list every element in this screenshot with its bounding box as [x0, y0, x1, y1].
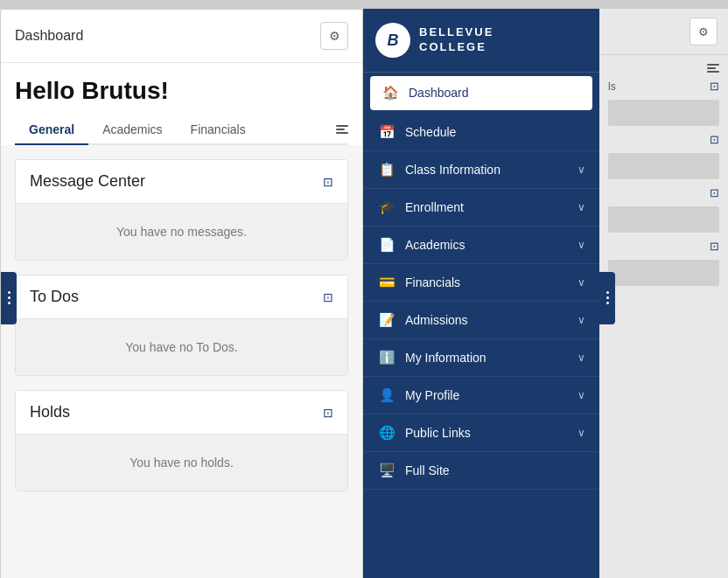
right-row-4: ⊡	[608, 240, 719, 253]
tab-academics[interactable]: Academics	[88, 115, 176, 145]
academics-icon: 📄	[377, 237, 396, 253]
chevron-down-icon: ∨	[578, 164, 585, 176]
my-profile-icon: 👤	[377, 387, 396, 403]
class-info-icon: 📋	[377, 162, 396, 178]
sidebar-item-admissions[interactable]: 📝 Admissions ∨	[363, 302, 599, 339]
right-external-link-1[interactable]: ⊡	[710, 80, 719, 93]
college-name: BELLEVUE COLLEGE	[419, 25, 494, 55]
tab-general[interactable]: General	[15, 115, 88, 145]
message-center-card: Message Center ⊡ You have no messages.	[15, 159, 348, 261]
dashboard-title: Dashboard	[15, 28, 83, 44]
todos-empty: You have no To Dos.	[30, 333, 333, 361]
sidebar-item-label: Financials	[405, 275, 578, 289]
right-panel: B BELLEVUE COLLEGE 🏠 Dashboard 📅 Schedul…	[363, 9, 728, 578]
sidebar-item-dashboard[interactable]: 🏠 Dashboard	[370, 76, 592, 110]
chevron-down-icon: ∨	[578, 352, 585, 364]
gear-icon: ⚙	[698, 25, 709, 38]
holds-empty: You have no holds.	[30, 449, 333, 477]
message-center-body: You have no messages.	[16, 203, 347, 260]
sidebar-item-label: My Information	[405, 351, 578, 365]
right-card-2	[608, 153, 719, 179]
enrollment-icon: 🎓	[377, 199, 396, 215]
right-card-1	[608, 100, 719, 126]
message-center-link-icon[interactable]: ⊡	[323, 175, 333, 189]
chevron-down-icon: ∨	[578, 239, 585, 251]
holds-link-icon[interactable]: ⊡	[323, 406, 333, 420]
left-panel: Dashboard ⚙ Hello Brutus! General Academ…	[0, 9, 363, 578]
right-row-1-text: ls	[608, 80, 616, 93]
sidebar-item-label: My Profile	[405, 388, 578, 402]
home-icon: 🏠	[381, 85, 400, 101]
right-row-3: ⊡	[608, 186, 719, 199]
full-site-icon: 🖥️	[377, 463, 396, 478]
right-settings-button[interactable]: ⚙	[690, 17, 718, 45]
message-center-empty: You have no messages.	[30, 218, 333, 246]
right-external-link-4[interactable]: ⊡	[710, 240, 719, 253]
sidebar-item-label: Enrollment	[405, 200, 578, 214]
public-links-icon: 🌐	[377, 425, 396, 441]
sidebar-item-class-information[interactable]: 📋 Class Information ∨	[363, 151, 599, 189]
right-main: ls ⊡ ⊡ ⊡ ⊡	[599, 55, 728, 578]
todos-body: You have no To Dos.	[16, 318, 347, 375]
holds-header: Holds ⊡	[16, 391, 347, 434]
sidebar-item-enrollment[interactable]: 🎓 Enrollment ∨	[363, 189, 599, 226]
sidebar-logo: B BELLEVUE COLLEGE	[363, 9, 599, 73]
hello-section: Hello Brutus! General Academics Financia…	[1, 63, 362, 145]
chevron-down-icon: ∨	[578, 314, 585, 326]
filter-icon	[336, 125, 348, 134]
chevron-down-icon: ∨	[578, 201, 585, 213]
message-center-header: Message Center ⊡	[16, 160, 347, 203]
todos-header: To Dos ⊡	[16, 275, 347, 318]
left-header: Dashboard ⚙	[1, 10, 362, 63]
sidebar-item-label: Academics	[405, 238, 578, 252]
todos-link-icon[interactable]: ⊡	[323, 290, 333, 304]
right-external-link-3[interactable]: ⊡	[710, 186, 719, 199]
sidebar-item-my-profile[interactable]: 👤 My Profile ∨	[363, 377, 599, 414]
filter-button[interactable]	[336, 115, 348, 143]
left-side-handle[interactable]	[1, 272, 17, 324]
right-card-4	[608, 260, 719, 286]
message-center-title: Message Center	[30, 172, 145, 191]
sidebar-item-financials[interactable]: 💳 Financials ∨	[363, 264, 599, 302]
sidebar-item-public-links[interactable]: 🌐 Public Links ∨	[363, 414, 599, 452]
holds-card: Holds ⊡ You have no holds.	[15, 390, 348, 491]
right-card-3	[608, 206, 719, 233]
admissions-icon: 📝	[377, 312, 396, 328]
gear-icon: ⚙	[329, 29, 340, 43]
sidebar-item-full-site[interactable]: 🖥️ Full Site	[363, 452, 599, 490]
schedule-icon: 📅	[377, 124, 396, 140]
sidebar-nav: B BELLEVUE COLLEGE 🏠 Dashboard 📅 Schedul…	[363, 9, 599, 578]
sidebar-item-label: Admissions	[405, 313, 578, 327]
sidebar-item-label: Class Information	[405, 163, 578, 177]
holds-body: You have no holds.	[16, 434, 347, 491]
holds-title: Holds	[30, 403, 70, 421]
settings-button[interactable]: ⚙	[320, 22, 348, 50]
logo-icon: B	[375, 23, 410, 58]
financials-icon: 💳	[377, 275, 396, 290]
right-content: ⚙ ls ⊡	[599, 9, 728, 578]
sidebar-item-label: Public Links	[405, 426, 578, 440]
right-external-link-2[interactable]: ⊡	[710, 133, 719, 146]
right-row-1: ls ⊡	[608, 80, 719, 93]
right-top-bar: ⚙	[599, 9, 728, 55]
chevron-down-icon: ∨	[578, 276, 585, 289]
chevron-down-icon: ∨	[578, 389, 585, 401]
sidebar-item-label: Schedule	[405, 125, 585, 139]
chevron-down-icon: ∨	[578, 427, 585, 439]
sidebar-item-schedule[interactable]: 📅 Schedule	[363, 114, 599, 151]
content-area: Message Center ⊡ You have no messages. T…	[1, 145, 362, 578]
right-filter-icon[interactable]	[707, 64, 719, 73]
sidebar-item-label: Dashboard	[409, 86, 582, 100]
my-information-icon: ℹ️	[377, 350, 396, 366]
right-row-filter	[608, 64, 719, 73]
right-row-2: ⊡	[608, 133, 719, 146]
greeting-text: Hello Brutus!	[15, 77, 348, 105]
todos-title: To Dos	[30, 288, 79, 306]
tab-financials[interactable]: Financials	[177, 115, 260, 145]
sidebar-item-label: Full Site	[405, 463, 585, 477]
sidebar-item-my-information[interactable]: ℹ️ My Information ∨	[363, 339, 599, 377]
sidebar-item-academics[interactable]: 📄 Academics ∨	[363, 226, 599, 264]
tabs-container: General Academics Financials	[15, 115, 348, 145]
sidebar-collapse-handle[interactable]	[599, 272, 615, 324]
todos-card: To Dos ⊡ You have no To Dos.	[15, 275, 348, 376]
